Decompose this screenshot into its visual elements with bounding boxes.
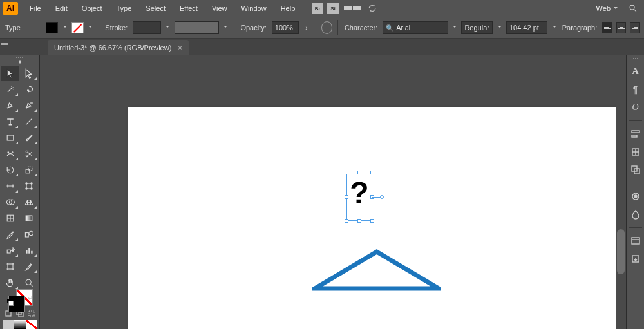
- curvature-tool[interactable]: [20, 98, 38, 113]
- text-out-port[interactable]: [380, 195, 384, 199]
- stroke-profile-dropdown[interactable]: [223, 22, 228, 33]
- align-left-button[interactable]: [602, 22, 612, 33]
- selection-handle[interactable]: [357, 219, 361, 223]
- font-size-field[interactable]: 104.42 pt: [506, 21, 547, 34]
- menu-view[interactable]: View: [205, 2, 234, 15]
- canvas[interactable]: ?: [40, 55, 626, 329]
- search-button[interactable]: [625, 2, 641, 15]
- menu-type[interactable]: Type: [110, 2, 138, 15]
- appearance-panel-icon[interactable]: [629, 190, 642, 203]
- menu-window[interactable]: Window: [235, 2, 273, 15]
- draw-inside-button[interactable]: [26, 308, 37, 319]
- pen-tool[interactable]: [1, 98, 19, 113]
- stroke-weight-field[interactable]: [133, 21, 161, 34]
- width-tool[interactable]: [1, 178, 19, 194]
- selection-handle[interactable]: [370, 171, 374, 174]
- swap-fill-stroke-icon[interactable]: ⇄: [28, 294, 33, 301]
- scissors-tool[interactable]: [20, 146, 38, 162]
- menu-help[interactable]: Help: [274, 2, 302, 15]
- opacity-field[interactable]: 100%: [272, 21, 299, 34]
- sync-settings-icon[interactable]: [366, 3, 378, 14]
- color-none-button[interactable]: [26, 320, 37, 329]
- recolor-artwork-button[interactable]: [321, 21, 332, 34]
- font-style-field[interactable]: Regular: [461, 21, 493, 34]
- free-transform-tool[interactable]: [20, 178, 38, 194]
- panel-grip[interactable]: [631, 58, 640, 60]
- stroke-profile-field[interactable]: [175, 21, 219, 34]
- eyedropper-tool[interactable]: [1, 227, 19, 242]
- asset-export-panel-icon[interactable]: [629, 252, 642, 265]
- triangle-shape[interactable]: [312, 249, 441, 294]
- panel-grip[interactable]: [10, 57, 30, 58]
- perspective-grid-tool[interactable]: [20, 194, 38, 210]
- vertical-scrollbar[interactable]: [616, 55, 626, 329]
- zoom-tool[interactable]: [20, 275, 38, 290]
- align-panel-icon[interactable]: [629, 127, 642, 140]
- color-gradient-button[interactable]: [14, 320, 26, 329]
- hand-tool[interactable]: [1, 275, 19, 290]
- blend-tool[interactable]: [20, 227, 38, 242]
- rectangle-tool[interactable]: [1, 130, 19, 146]
- scrollbar-thumb[interactable]: [617, 229, 625, 274]
- stroke-weight-dropdown[interactable]: [165, 22, 170, 33]
- menu-file[interactable]: File: [23, 2, 48, 15]
- symbol-sprayer-tool[interactable]: [1, 243, 19, 258]
- menu-object[interactable]: Object: [75, 2, 109, 15]
- fill-stroke-proxy[interactable]: ⇄: [7, 294, 33, 306]
- opentype-panel-icon[interactable]: O: [629, 101, 642, 114]
- selection-handle[interactable]: [345, 219, 348, 223]
- menu-select[interactable]: Select: [139, 2, 172, 15]
- magic-wand-tool[interactable]: [1, 82, 19, 97]
- selection-tool[interactable]: [1, 66, 19, 81]
- gradient-tool[interactable]: [20, 211, 38, 226]
- workspace-switcher[interactable]: Web: [590, 3, 620, 14]
- stock-button[interactable]: St: [327, 3, 339, 14]
- rotate-tool[interactable]: [1, 162, 19, 178]
- artboard[interactable]: [128, 107, 624, 329]
- scale-tool[interactable]: [20, 162, 38, 178]
- color-solid-button[interactable]: [3, 320, 14, 329]
- artboard-tool[interactable]: [1, 259, 19, 274]
- menu-effect[interactable]: Effect: [173, 2, 204, 15]
- shape-builder-tool[interactable]: [1, 194, 19, 210]
- pathfinder-panel-icon[interactable]: [629, 164, 642, 176]
- character-panel-icon[interactable]: A: [629, 65, 642, 78]
- panel-drag-handle[interactable]: [1, 41, 8, 49]
- fill-swatch[interactable]: [46, 22, 58, 33]
- shaper-tool[interactable]: [1, 146, 19, 162]
- stroke-swatch[interactable]: [71, 22, 84, 33]
- font-family-field[interactable]: 🔍 Arial: [383, 21, 448, 34]
- opacity-stepper[interactable]: ›: [303, 21, 310, 34]
- css-panel-icon[interactable]: [629, 234, 642, 247]
- selected-text-object[interactable]: ?: [346, 173, 372, 221]
- document-tab[interactable]: Untitled-3* @ 66.67% (RGB/Preview) ×: [48, 40, 189, 55]
- column-graph-tool[interactable]: [20, 243, 38, 258]
- paintbrush-tool[interactable]: [20, 130, 38, 146]
- selection-handle[interactable]: [345, 171, 348, 174]
- bridge-button[interactable]: Br: [312, 3, 323, 14]
- stroke-dropdown[interactable]: [88, 22, 93, 33]
- line-segment-tool[interactable]: [20, 114, 38, 129]
- paragraph-panel-icon[interactable]: ¶: [629, 83, 642, 96]
- selection-handle[interactable]: [357, 171, 361, 174]
- lasso-tool[interactable]: [20, 82, 38, 97]
- menu-edit[interactable]: Edit: [49, 2, 74, 15]
- default-fill-stroke-icon[interactable]: [7, 299, 14, 306]
- type-tool[interactable]: [1, 114, 19, 129]
- arrange-documents-button[interactable]: [341, 6, 364, 10]
- font-style-dropdown[interactable]: [497, 22, 502, 33]
- align-center-button[interactable]: [616, 22, 627, 33]
- fill-dropdown[interactable]: [62, 22, 67, 33]
- symbols-panel-icon[interactable]: [629, 208, 642, 221]
- close-tab-button[interactable]: ×: [178, 44, 182, 52]
- align-right-button[interactable]: [630, 22, 640, 33]
- font-family-dropdown[interactable]: [452, 22, 457, 33]
- font-size-dropdown[interactable]: [551, 22, 556, 33]
- slice-tool[interactable]: [20, 259, 38, 274]
- selection-handle[interactable]: [345, 195, 348, 199]
- transform-panel-icon[interactable]: [629, 146, 642, 158]
- mesh-tool[interactable]: [1, 211, 19, 226]
- direct-selection-tool[interactable]: [20, 66, 38, 81]
- selection-handle[interactable]: [370, 219, 374, 223]
- tools-collapse-toggle[interactable]: [16, 59, 24, 64]
